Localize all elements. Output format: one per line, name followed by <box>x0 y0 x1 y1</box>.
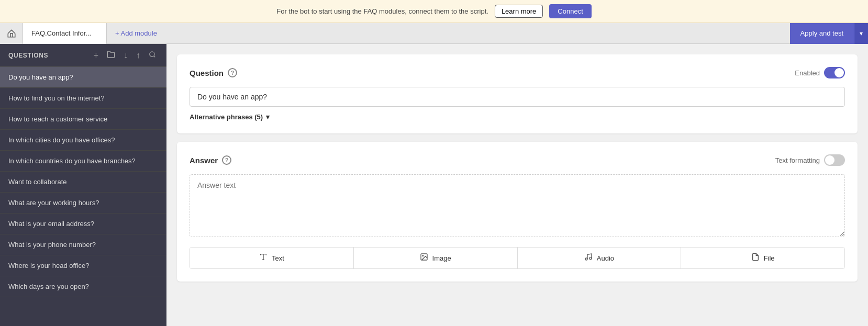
home-button[interactable] <box>0 23 23 44</box>
svg-point-4 <box>589 257 592 260</box>
tab-label: FAQ.Contact Infor... <box>31 29 91 37</box>
sidebar-item[interactable]: What is your phone number? <box>0 234 166 255</box>
svg-point-2 <box>422 255 423 256</box>
question-card-header: Question ? Enabled <box>190 67 845 78</box>
add-question-button[interactable]: + <box>92 50 101 61</box>
content-area: Question ? Enabled Alternative phrases (… <box>166 44 868 326</box>
text-formatting-label: Text formatting <box>775 156 820 164</box>
file-button[interactable]: File <box>681 248 844 268</box>
sidebar-item[interactable]: What is your email address? <box>0 213 166 234</box>
sidebar-list: Do you have an app?How to find you on th… <box>0 67 166 326</box>
sidebar-item[interactable]: Where is your head office? <box>0 255 166 276</box>
sidebar: QUESTIONS + ↓ ↑ Do you have an app?How t… <box>0 44 166 326</box>
answer-textarea[interactable] <box>190 174 845 237</box>
upload-button[interactable]: ↑ <box>134 50 142 61</box>
sidebar-title: QUESTIONS <box>8 52 87 59</box>
question-card: Question ? Enabled Alternative phrases (… <box>177 54 858 133</box>
add-module-button[interactable]: + Add module <box>107 23 165 44</box>
folder-icon <box>107 50 115 59</box>
text-formatting-toggle[interactable] <box>824 154 845 166</box>
home-icon <box>7 29 16 38</box>
text-icon <box>259 253 268 263</box>
sidebar-item[interactable]: In which cities do you have offices? <box>0 130 166 151</box>
apply-test-button[interactable]: Apply and test <box>790 23 854 44</box>
svg-point-3 <box>585 258 587 260</box>
connect-button[interactable]: Connect <box>549 4 591 18</box>
alt-phrases-label: Alternative phrases (5) <box>190 113 263 121</box>
question-card-title: Question ? <box>190 68 237 77</box>
top-banner: For the bot to start using the FAQ modul… <box>0 0 868 23</box>
main-layout: QUESTIONS + ↓ ↑ Do you have an app?How t… <box>0 44 868 326</box>
sidebar-item[interactable]: Which days are you open? <box>0 276 166 297</box>
sidebar-header: QUESTIONS + ↓ ↑ <box>0 44 166 67</box>
enabled-toggle[interactable] <box>824 67 845 78</box>
enabled-toggle-container: Enabled <box>795 67 845 78</box>
file-icon <box>751 253 760 263</box>
image-icon <box>420 253 428 263</box>
banner-message: For the bot to start using the FAQ modul… <box>276 7 488 15</box>
learn-more-button[interactable]: Learn more <box>495 5 543 18</box>
sidebar-item[interactable]: How to find you on the internet? <box>0 88 166 109</box>
image-button[interactable]: Image <box>354 248 518 268</box>
answer-card-header: Answer ? Text formatting <box>190 154 845 166</box>
sidebar-item[interactable]: In which countries do you have branches? <box>0 151 166 172</box>
enabled-label: Enabled <box>795 69 820 77</box>
sidebar-item[interactable]: What are your working hours? <box>0 193 166 213</box>
action-buttons: TextImageAudioFile <box>190 247 845 269</box>
folder-button[interactable] <box>105 49 117 61</box>
sidebar-item[interactable]: Do you have an app? <box>0 67 166 88</box>
alt-phrases-chevron-icon: ▾ <box>266 113 270 121</box>
question-help-icon[interactable]: ? <box>228 68 237 77</box>
apply-test-dropdown: Apply and test ▾ <box>790 23 868 44</box>
apply-test-arrow-button[interactable]: ▾ <box>854 23 868 44</box>
answer-help-icon[interactable]: ? <box>222 155 231 165</box>
audio-icon <box>584 253 593 263</box>
svg-point-0 <box>150 52 154 57</box>
download-button[interactable]: ↓ <box>121 50 130 61</box>
sidebar-item[interactable]: Want to collaborate <box>0 172 166 193</box>
text-formatting-toggle-container: Text formatting <box>775 154 845 166</box>
answer-title-label: Answer <box>190 156 218 165</box>
search-button[interactable] <box>147 50 158 61</box>
answer-card: Answer ? Text formatting TextImageAudioF… <box>177 142 858 282</box>
question-input[interactable] <box>190 87 845 107</box>
search-icon <box>149 51 156 58</box>
answer-card-title: Answer ? <box>190 155 231 165</box>
text-button[interactable]: Text <box>190 248 354 268</box>
audio-button[interactable]: Audio <box>518 248 682 268</box>
active-tab[interactable]: FAQ.Contact Infor... <box>23 23 107 44</box>
tab-bar: FAQ.Contact Infor... + Add module Apply … <box>0 23 868 44</box>
alt-phrases-toggle[interactable]: Alternative phrases (5) ▾ <box>190 113 845 121</box>
sidebar-item[interactable]: How to reach a customer service <box>0 109 166 130</box>
question-title-label: Question <box>190 69 224 77</box>
